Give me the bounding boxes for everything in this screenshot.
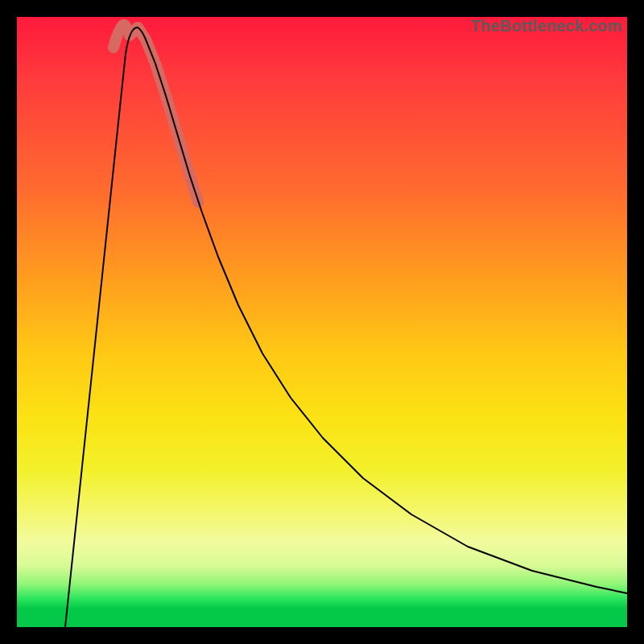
chart-frame: TheBottleneck.com — [0, 0, 644, 644]
highlight-hook — [114, 25, 128, 47]
curve-layer — [17, 17, 627, 627]
highlight-segment — [130, 27, 198, 202]
bottleneck-curve — [65, 27, 627, 627]
plot-area: TheBottleneck.com — [17, 17, 627, 627]
